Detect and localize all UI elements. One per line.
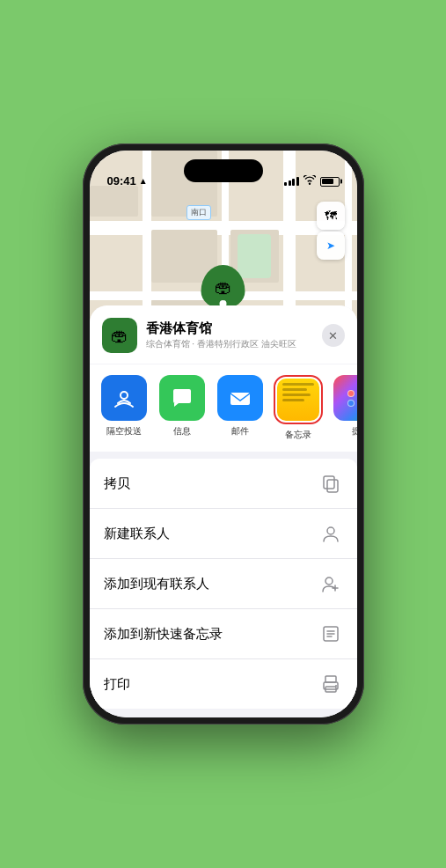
action-list: 拷贝 新建联系人 [90, 459, 357, 709]
bottom-sheet: 🏟 香港体育馆 综合体育馆 · 香港特别行政区 油尖旺区 ✕ [90, 305, 357, 717]
share-airdrop[interactable]: 隔空投送 [99, 375, 150, 441]
location-arrow-icon: ▲ [139, 176, 148, 186]
svg-point-4 [327, 527, 334, 534]
svg-point-5 [325, 577, 333, 585]
signal-icon [284, 177, 299, 186]
airdrop-label: 隔空投送 [106, 425, 142, 438]
copy-label: 拷贝 [104, 475, 130, 492]
add-existing-label: 添加到现有联系人 [104, 576, 209, 592]
quick-note-icon [318, 622, 343, 646]
map-controls: 🗺 ➤ [317, 202, 345, 260]
wifi-icon [303, 175, 316, 188]
phone-frame: 09:41 ▲ [83, 143, 364, 725]
battery-icon [320, 177, 340, 187]
share-mail[interactable]: 邮件 [215, 375, 266, 441]
action-new-contact[interactable]: 新建联系人 [90, 509, 357, 559]
add-existing-icon [318, 571, 343, 596]
airdrop-icon [112, 386, 136, 410]
svg-rect-7 [325, 676, 336, 682]
more-icon-wrap [333, 375, 357, 421]
action-add-existing[interactable]: 添加到现有联系人 [90, 559, 357, 609]
action-quick-note[interactable]: 添加到新快速备忘录 [90, 609, 357, 659]
notes-icon [277, 379, 319, 421]
map-label: 南口 [186, 205, 211, 220]
location-button[interactable]: ➤ [317, 232, 345, 260]
new-contact-label: 新建联系人 [104, 526, 170, 542]
mail-label: 邮件 [231, 425, 249, 438]
more-label: 提 [352, 425, 357, 438]
venue-info: 香港体育馆 综合体育馆 · 香港特别行政区 油尖旺区 [146, 320, 313, 350]
share-messages[interactable]: 信息 [157, 375, 208, 441]
close-button[interactable]: ✕ [322, 324, 345, 347]
venue-icon: 🏟 [102, 318, 137, 353]
svg-point-0 [121, 392, 128, 399]
copy-icon [318, 471, 343, 496]
action-print[interactable]: 打印 [90, 659, 357, 709]
phone-screen: 09:41 ▲ [90, 151, 357, 717]
print-icon [318, 672, 343, 696]
share-more[interactable]: 提 [331, 375, 357, 441]
messages-label: 信息 [173, 425, 191, 438]
venue-name: 香港体育馆 [146, 320, 313, 337]
new-contact-icon [318, 521, 343, 546]
mail-icon-wrap [217, 375, 263, 421]
pin-stadium-icon: 🏟 [215, 277, 232, 298]
svg-point-10 [335, 685, 337, 687]
airdrop-icon-wrap [101, 375, 147, 421]
share-notes[interactable]: 备忘录 [273, 375, 324, 441]
notes-label: 备忘录 [285, 429, 311, 441]
quick-note-label: 添加到新快速备忘录 [104, 626, 223, 643]
notes-highlight-border [274, 375, 323, 424]
mail-icon [228, 386, 252, 410]
svg-rect-1 [230, 393, 250, 405]
dynamic-island [184, 159, 263, 182]
pin-circle: 🏟 [201, 265, 245, 309]
map-type-button[interactable]: 🗺 [317, 202, 345, 230]
status-icons [284, 175, 340, 188]
share-row: 隔空投送 信息 [90, 364, 357, 452]
messages-icon [170, 386, 194, 410]
status-time: 09:41 [107, 174, 136, 188]
venue-subtitle: 综合体育馆 · 香港特别行政区 油尖旺区 [146, 338, 313, 350]
svg-rect-2 [327, 480, 338, 492]
svg-rect-3 [324, 476, 334, 489]
sheet-header: 🏟 香港体育馆 综合体育馆 · 香港特别行政区 油尖旺区 ✕ [90, 305, 357, 364]
print-label: 打印 [104, 676, 130, 693]
messages-icon-wrap [159, 375, 205, 421]
action-copy[interactable]: 拷贝 [90, 459, 357, 509]
